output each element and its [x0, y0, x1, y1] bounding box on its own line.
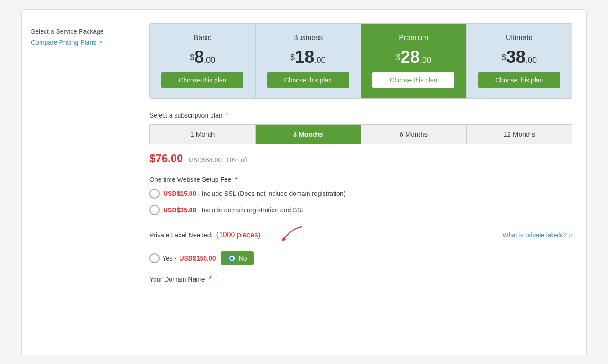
plan-price-premium: $28.00: [396, 48, 431, 66]
choose-business-button[interactable]: Choose this plan: [267, 72, 349, 88]
plan-card-business: Business $18.00 Choose this plan: [256, 24, 361, 98]
private-label-title: Private Label Needed:: [149, 231, 213, 239]
plan-price-ultimate: $38.00: [502, 48, 537, 66]
subscription-label: Select a subscription plan: *: [149, 112, 572, 119]
compare-plans-link[interactable]: Compare Pricing Plans ↗: [31, 39, 136, 46]
no-radio-filled: [228, 254, 236, 262]
plan-name-basic: Basic: [194, 34, 211, 42]
yes-radio[interactable]: [149, 253, 160, 263]
private-label-external-icon: ↗: [568, 233, 572, 238]
private-label-count: (1000 pieces): [216, 231, 261, 239]
plan-card-basic: Basic $8.00 Choose this plan: [150, 24, 256, 98]
tab-1-month[interactable]: 1 Month: [150, 125, 256, 144]
plan-name-ultimate: Ultimate: [506, 34, 533, 42]
yes-no-row: Yes - USD$150.00 No: [149, 251, 572, 265]
private-label-section: Private Label Needed: (1000 pieces) What…: [149, 225, 572, 265]
plan-card-premium: Premium $28.00 Choose this plan: [361, 24, 467, 98]
subscription-tabs: 1 Month 3 Months 6 Months 12 Months: [149, 124, 572, 144]
domain-label: Your Domain Name:: [149, 276, 207, 283]
plan-name-premium: Premium: [399, 34, 428, 42]
domain-section: Your Domain Name: *: [149, 275, 572, 283]
private-label-header: Private Label Needed: (1000 pieces) What…: [149, 225, 572, 245]
tab-3-months[interactable]: 3 Months: [256, 125, 361, 144]
current-price: $76.00: [149, 152, 183, 164]
domain-required: *: [209, 275, 211, 283]
plan-price-business: $18.00: [290, 48, 325, 66]
discount-label: 10% off: [226, 156, 247, 164]
plan-card-ultimate: Ultimate $38.00 Choose this plan: [467, 24, 572, 98]
price-display: $76.00 USD$84.00 10% off: [149, 152, 572, 165]
plans-grid: Basic $8.00 Choose this plan Business $1…: [149, 23, 572, 99]
yes-option: Yes - USD$150.00: [149, 253, 216, 263]
choose-ultimate-button[interactable]: Choose this plan: [478, 72, 560, 88]
original-price: USD$84.00: [189, 156, 223, 164]
choose-premium-button[interactable]: Choose this plan: [372, 72, 454, 88]
setup-fee-section: One time Website Setup Fee: * USD$15.00 …: [149, 176, 572, 215]
tab-12-months[interactable]: 12 Months: [467, 125, 572, 144]
plan-price-basic: $8.00: [190, 48, 215, 66]
main-card: Select a Service Package Compare Pricing…: [21, 9, 587, 355]
sidebar-title: Select a Service Package: [31, 28, 136, 35]
setup-fee-label: One time Website Setup Fee: *: [149, 176, 572, 183]
setup-radio-2[interactable]: [149, 205, 160, 215]
sidebar: Select a Service Package Compare Pricing…: [31, 23, 136, 341]
main-content: Basic $8.00 Choose this plan Business $1…: [145, 23, 577, 341]
tab-6-months[interactable]: 6 Months: [361, 125, 467, 144]
arrow-annotation: [269, 225, 305, 245]
choose-basic-button[interactable]: Choose this plan: [161, 72, 243, 88]
what-is-private-labels-link[interactable]: What is private labels? ↗: [502, 231, 572, 239]
setup-radio-1[interactable]: [149, 189, 160, 199]
plan-name-business: Business: [293, 34, 323, 42]
external-link-icon: ↗: [98, 40, 102, 46]
setup-option-2: USD$35.00 - Include domain registration …: [149, 205, 572, 215]
no-button[interactable]: No: [221, 251, 254, 265]
setup-option-1: USD$15.00 - Include SSL (Does not includ…: [149, 189, 572, 199]
